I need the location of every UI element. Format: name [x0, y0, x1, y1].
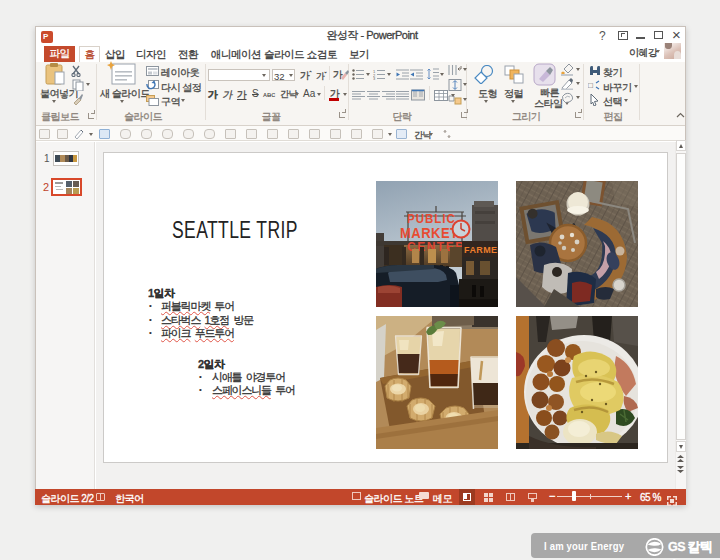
svg-text:FARMERS: FARMERS	[464, 245, 498, 255]
svg-text:MARKET: MARKET	[400, 226, 459, 242]
svg-text:PUBLIC: PUBLIC	[407, 212, 456, 225]
svg-text:3: 3	[373, 76, 376, 80]
svg-text:□: □	[588, 81, 593, 90]
